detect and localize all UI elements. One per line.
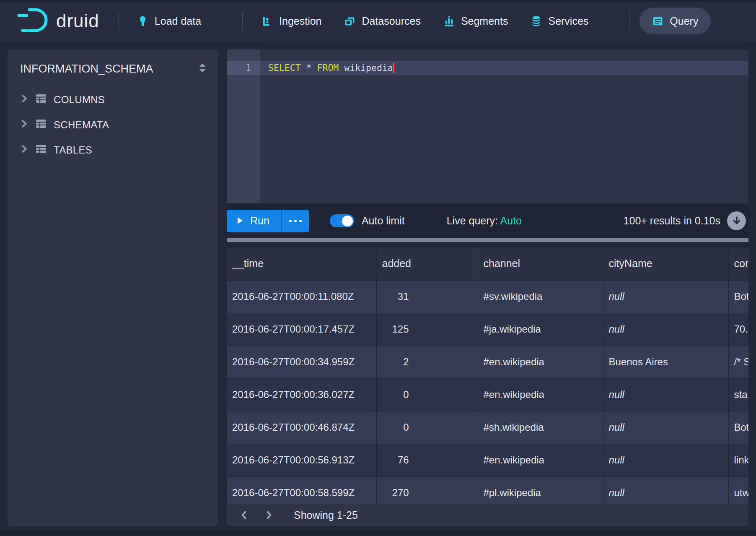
chevron-right-icon: [20, 119, 28, 131]
nav-item-ingestion[interactable]: Ingestion: [261, 15, 321, 27]
tree-item-schemata[interactable]: SCHEMATA: [8, 112, 218, 138]
editor-results-splitter[interactable]: [227, 238, 748, 242]
run-button-group: Run: [227, 210, 309, 232]
table-cell[interactable]: #sh.wikipedia: [478, 411, 603, 444]
results-table: __timeaddedchannelcityNamecomment 2016-0…: [227, 247, 748, 509]
run-more-button[interactable]: [282, 210, 309, 232]
query-workpanel: 1 SELECT * FROM wikipedia Run Auto limit…: [227, 49, 748, 526]
table-cell[interactable]: 31: [376, 280, 478, 313]
table-cell[interactable]: Bot: [728, 280, 748, 313]
nav-divider: [629, 11, 630, 31]
more-dots-icon: [299, 220, 302, 222]
sql-text[interactable]: SELECT * FROM wikipedia: [268, 61, 394, 75]
run-button[interactable]: Run: [227, 210, 282, 232]
play-icon: [237, 215, 243, 227]
nav-item-label: Segments: [461, 15, 508, 27]
tree-item-label: SCHEMATA: [54, 119, 109, 131]
results-area: __timeaddedchannelcityNamecomment 2016-0…: [227, 242, 748, 526]
column-header-cityName[interactable]: cityName: [603, 247, 728, 280]
table-grid-icon: [36, 144, 47, 156]
table-cell[interactable]: 0: [376, 378, 478, 411]
datasources-icon: [344, 16, 356, 27]
table-cell[interactable]: 2016-06-27T00:00:17.457Z: [227, 313, 376, 346]
druid-logo[interactable]: druid: [17, 6, 99, 36]
table-cell[interactable]: null: [603, 411, 728, 444]
nav-item-label: Query: [670, 15, 698, 27]
table-cell[interactable]: 2016-06-27T00:00:56.913Z: [227, 444, 376, 476]
query-icon: [652, 16, 663, 27]
sql-keyword: SELECT: [268, 62, 301, 73]
tree-item-columns[interactable]: COLUMNS: [8, 87, 218, 112]
double-caret-vertical-icon: [198, 62, 207, 75]
nav-item-load-data[interactable]: Load data: [137, 15, 201, 27]
table-cell[interactable]: 0: [376, 411, 478, 444]
table-cell[interactable]: 2016-06-27T00:00:36.027Z: [227, 378, 376, 411]
table-row: 2016-06-27T00:00:11.080Z31#sv.wikipedian…: [227, 280, 748, 313]
results-info: 100+ results in 0.10s: [624, 215, 720, 227]
druid-logo-icon: [17, 6, 49, 36]
auto-limit-toggle[interactable]: [330, 214, 354, 227]
table-row: 2016-06-27T00:00:46.874Z0#sh.wikipedianu…: [227, 411, 748, 444]
table-cell[interactable]: 125: [376, 313, 478, 346]
nav-item-label: Datasources: [362, 15, 421, 27]
chevron-right-icon: [20, 144, 28, 156]
table-grid-icon: [36, 119, 47, 131]
schema-title: INFORMATION_SCHEMA: [20, 62, 153, 75]
ingestion-icon: [261, 16, 273, 27]
table-cell[interactable]: #en.wikipedia: [478, 346, 603, 378]
schema-tree: COLUMNS SCHEMATA: [8, 87, 218, 163]
column-header--time[interactable]: __time: [227, 247, 376, 280]
schema-selector[interactable]: INFORMATION_SCHEMA: [8, 49, 218, 75]
nav-item-datasources[interactable]: Datasources: [344, 15, 421, 27]
tree-item-label: TABLES: [54, 144, 92, 156]
download-results-button[interactable]: [727, 211, 746, 230]
window-top-edge: [0, 0, 756, 2]
segments-icon: [443, 16, 455, 27]
services-icon: [531, 16, 542, 27]
table-cell[interactable]: 76: [376, 444, 478, 476]
load-data-icon: [137, 16, 148, 27]
run-button-label: Run: [250, 215, 269, 227]
table-cell[interactable]: Bot: [728, 411, 748, 444]
sql-editor[interactable]: 1 SELECT * FROM wikipedia: [227, 49, 748, 203]
table-cell[interactable]: 70.: [728, 313, 748, 346]
table-grid-icon: [36, 94, 47, 106]
table-cell[interactable]: null: [603, 378, 728, 411]
more-dots-icon: [289, 220, 292, 222]
table-cell[interactable]: #sv.wikipedia: [478, 280, 603, 313]
table-row: 2016-06-27T00:00:17.457Z125#ja.wikipedia…: [227, 313, 748, 346]
schema-sidebar: INFORMATION_SCHEMA COLUMNS: [8, 49, 218, 526]
table-cell[interactable]: 2016-06-27T00:00:11.080Z: [227, 280, 376, 313]
table-cell[interactable]: 2: [376, 346, 478, 378]
table-cell[interactable]: /* S: [728, 346, 748, 378]
nav-item-segments[interactable]: Segments: [443, 15, 508, 27]
column-header-channel[interactable]: channel: [478, 247, 603, 280]
tree-item-tables[interactable]: TABLES: [8, 138, 218, 163]
column-header-comment[interactable]: comment: [728, 247, 748, 280]
table-cell[interactable]: null: [603, 444, 728, 476]
nav-item-label: Ingestion: [279, 15, 321, 27]
next-page-button[interactable]: [259, 505, 279, 525]
sql-keyword: FROM: [317, 62, 339, 73]
table-cell[interactable]: 2016-06-27T00:00:46.874Z: [227, 411, 376, 444]
column-header-added[interactable]: added: [376, 247, 478, 280]
table-cell[interactable]: #en.wikipedia: [478, 444, 603, 476]
live-query-value[interactable]: Auto: [500, 215, 522, 226]
table-cell[interactable]: #ja.wikipedia: [478, 313, 603, 346]
sql-identifier: wikipedia: [344, 62, 393, 73]
window-bottom-edge: [0, 530, 756, 536]
table-cell[interactable]: null: [603, 280, 728, 313]
table-cell[interactable]: #en.wikipedia: [478, 378, 603, 411]
nav-item-query[interactable]: Query: [639, 8, 711, 34]
table-cell[interactable]: sta: [728, 378, 748, 411]
results-table-head: __timeaddedchannelcityNamecomment: [227, 247, 748, 280]
table-cell[interactable]: 2016-06-27T00:00:34.959Z: [227, 346, 376, 378]
table-cell[interactable]: null: [603, 313, 728, 346]
table-cell[interactable]: Buenos Aires: [603, 346, 728, 378]
nav-item-services[interactable]: Services: [531, 15, 588, 27]
table-cell[interactable]: link: [728, 444, 748, 476]
prev-page-button[interactable]: [234, 505, 254, 525]
line-number: 1: [227, 61, 251, 75]
more-dots-icon: [294, 220, 297, 222]
top-navbar: druid Load data Ingestion: [0, 0, 756, 42]
